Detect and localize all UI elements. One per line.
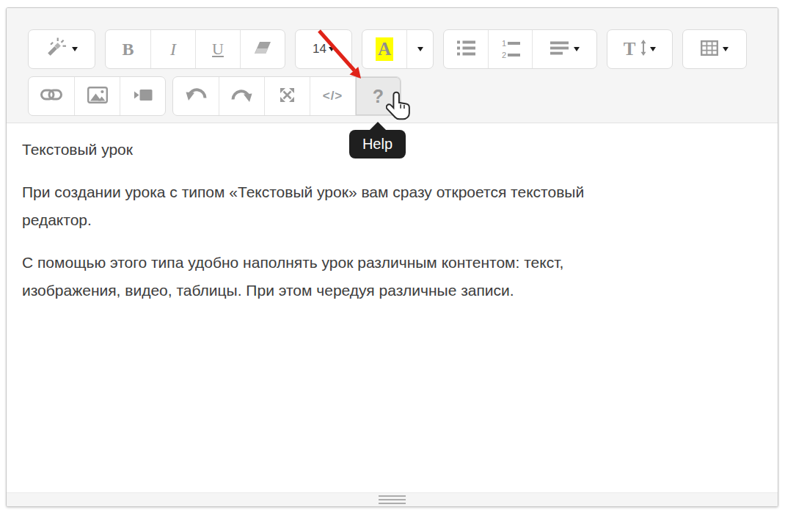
unordered-list-button[interactable] — [444, 30, 488, 68]
insert-image-button[interactable] — [74, 77, 120, 115]
list-align-group: 1 2 — [443, 29, 597, 69]
bold-label: B — [122, 40, 134, 59]
link-icon — [40, 89, 62, 103]
insert-media-group — [28, 76, 166, 116]
rich-text-editor: B I U — [6, 7, 778, 507]
insert-table-button[interactable] — [683, 30, 746, 68]
fullscreen-icon — [278, 86, 296, 107]
unordered-list-icon — [457, 40, 475, 59]
paragraph-line: При создании урока с типом «Текстовый ур… — [22, 178, 762, 206]
resize-handle[interactable] — [7, 492, 778, 506]
align-left-icon — [550, 41, 569, 58]
clear-formatting-button[interactable] — [240, 30, 285, 68]
hand-cursor-icon — [386, 91, 412, 123]
line-height-group: T — [607, 29, 673, 69]
video-icon — [134, 89, 153, 104]
basic-format-group: B I U — [105, 29, 285, 69]
text-color-caret-button[interactable] — [406, 30, 433, 68]
italic-label: I — [170, 40, 176, 59]
line-height-icon — [640, 40, 647, 59]
redo-icon — [231, 88, 252, 105]
editor-paragraph: С помощью этого типа удобно наполнять ур… — [22, 249, 762, 305]
align-button[interactable] — [532, 30, 596, 68]
ordered-list-icon: 1 2 — [500, 39, 520, 59]
help-tooltip: Help — [349, 130, 406, 158]
page: { "editor": { "toolbar": { "bold_label":… — [0, 0, 785, 532]
underline-button[interactable]: U — [195, 30, 240, 68]
question-icon: ? — [373, 86, 384, 107]
paragraph-line: редактор. — [22, 206, 762, 234]
eraser-icon — [254, 41, 271, 57]
undo-button[interactable] — [173, 77, 219, 115]
highlighted-a-icon: A — [376, 37, 393, 62]
paragraph-style-button[interactable] — [29, 30, 95, 68]
line-height-button[interactable]: T — [607, 30, 672, 68]
bold-button[interactable]: B — [106, 30, 150, 68]
line-height-label: T — [624, 39, 636, 59]
fullscreen-button[interactable] — [264, 77, 310, 115]
table-group — [682, 29, 747, 69]
ordered-list-digit: 1 — [500, 39, 506, 48]
editor-paragraph: При создании урока с типом «Текстовый ур… — [22, 178, 762, 234]
red-annotation-arrow — [312, 22, 370, 84]
underline-label: U — [212, 40, 224, 59]
toolbar-row-1: B I U — [28, 29, 764, 69]
italic-button[interactable]: I — [150, 30, 195, 68]
editor-content[interactable]: Текстовый урок При создании урока с типо… — [7, 123, 778, 492]
code-icon: </> — [323, 89, 343, 103]
paragraph-line: изображения, видео, таблицы. При этом че… — [22, 277, 762, 305]
insert-link-button[interactable] — [29, 77, 74, 115]
styles-group — [28, 29, 95, 69]
redo-button[interactable] — [219, 77, 264, 115]
paragraph-line: С помощью этого типа удобно наполнять ур… — [22, 249, 762, 277]
ordered-list-button[interactable]: 1 2 — [488, 30, 532, 68]
dropdown-caret-icon — [650, 47, 656, 51]
dropdown-caret-icon — [723, 47, 729, 51]
text-color-group: A — [362, 29, 434, 69]
image-icon — [87, 87, 108, 106]
dropdown-caret-icon — [574, 47, 580, 51]
magic-wand-icon — [45, 37, 67, 61]
table-grid-icon — [701, 40, 718, 59]
dropdown-caret-icon — [417, 47, 423, 51]
dropdown-caret-icon — [72, 47, 78, 51]
insert-video-button[interactable] — [120, 77, 165, 115]
undo-icon — [186, 87, 207, 106]
ordered-list-digit: 2 — [500, 51, 506, 59]
